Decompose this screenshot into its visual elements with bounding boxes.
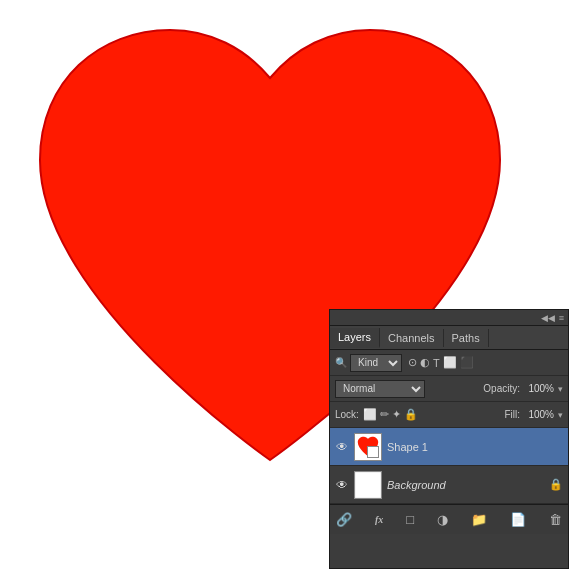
layer-row-shape1[interactable]: 👁 Shape 1: [330, 428, 568, 466]
filter-shape-icon[interactable]: ⬜: [443, 356, 457, 369]
lock-label: Lock:: [335, 409, 359, 420]
layer-row-background[interactable]: 👁 Background 🔒: [330, 466, 568, 504]
opacity-label: Opacity:: [483, 383, 520, 394]
new-layer-mask-icon[interactable]: □: [406, 512, 414, 527]
layer-lock-icon-background: 🔒: [549, 478, 563, 491]
filter-adjust-icon[interactable]: ◐: [420, 356, 430, 369]
panel-menu-icon[interactable]: ≡: [559, 313, 564, 323]
blend-opacity-row: Normal Multiply Screen Opacity: 100% ▾: [330, 376, 568, 402]
svg-rect-1: [355, 472, 381, 498]
fill-value[interactable]: 100%: [524, 409, 554, 420]
opacity-arrow-icon[interactable]: ▾: [558, 384, 563, 394]
layer-name-shape1: Shape 1: [387, 441, 563, 453]
lock-all-icon[interactable]: 🔒: [404, 408, 418, 421]
layers-panel: ◀◀ ≡ Layers Channels Paths 🔍 Kind ⊙ ◐ T …: [329, 309, 569, 569]
filter-type-icon[interactable]: T: [433, 357, 440, 369]
panel-bottom-toolbar: 🔗 fx □ ◑ 📁 📄 🗑: [330, 504, 568, 534]
lock-brush-icon[interactable]: ✏: [380, 408, 389, 421]
filter-pixel-icon[interactable]: ⊙: [408, 356, 417, 369]
lock-position-icon[interactable]: ✦: [392, 408, 401, 421]
tab-channels[interactable]: Channels: [380, 329, 443, 347]
layer-thumb-shape1: [354, 433, 382, 461]
layer-visibility-shape1[interactable]: 👁: [335, 440, 349, 454]
search-icon: 🔍: [335, 357, 347, 368]
tabs-row: Layers Channels Paths: [330, 326, 568, 350]
new-layer-icon[interactable]: 📄: [510, 512, 526, 527]
lock-transparent-icon[interactable]: ⬜: [363, 408, 377, 421]
tab-layers[interactable]: Layers: [330, 328, 380, 348]
kind-select[interactable]: Kind: [350, 354, 402, 372]
layer-thumb-background: [354, 471, 382, 499]
delete-layer-icon[interactable]: 🗑: [549, 512, 562, 527]
filter-smart-icon[interactable]: ⬛: [460, 356, 474, 369]
fill-arrow-icon[interactable]: ▾: [558, 410, 563, 420]
panel-top-bar: ◀◀ ≡: [330, 310, 568, 326]
new-adjustment-icon[interactable]: ◑: [437, 512, 448, 527]
lock-fill-row: Lock: ⬜ ✏ ✦ 🔒 Fill: 100% ▾: [330, 402, 568, 428]
kind-row: 🔍 Kind ⊙ ◐ T ⬜ ⬛: [330, 350, 568, 376]
blend-mode-select[interactable]: Normal Multiply Screen: [335, 380, 425, 398]
fill-label: Fill:: [504, 409, 520, 420]
layer-name-background: Background: [387, 479, 544, 491]
link-layers-icon[interactable]: 🔗: [336, 512, 352, 527]
tab-paths[interactable]: Paths: [444, 329, 489, 347]
layer-mask-thumb-shape1: [367, 446, 379, 458]
opacity-value[interactable]: 100%: [524, 383, 554, 394]
layer-fx-icon[interactable]: fx: [375, 514, 383, 525]
layer-visibility-background[interactable]: 👁: [335, 478, 349, 492]
new-group-icon[interactable]: 📁: [471, 512, 487, 527]
panel-collapse-icon[interactable]: ◀◀: [541, 313, 555, 323]
